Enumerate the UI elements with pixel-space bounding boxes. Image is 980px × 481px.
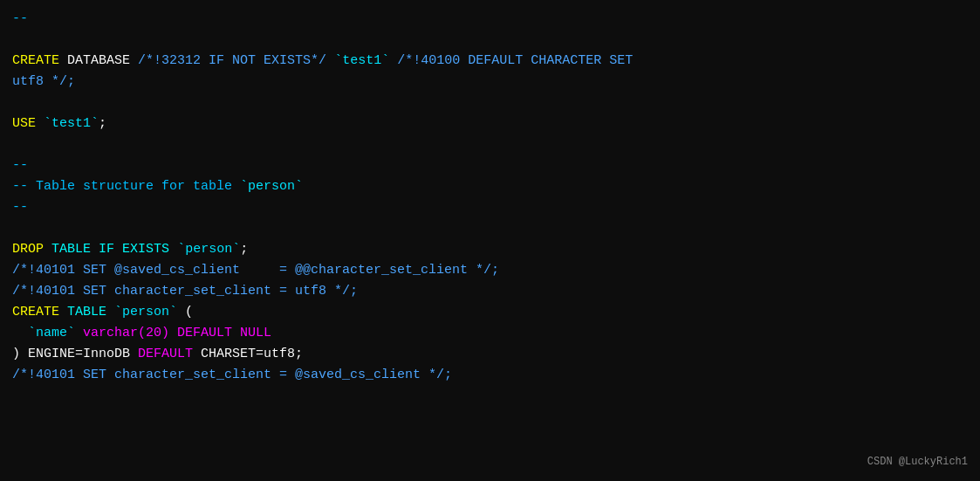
code-line-5 — [12, 93, 968, 113]
code-line-11 — [12, 218, 968, 239]
keyword-use: USE — [12, 116, 36, 131]
code-line-6: USE `test1`; — [12, 113, 968, 134]
table-name-comment: `person` — [240, 179, 303, 194]
keyword-default-charset: DEFAULT — [138, 347, 193, 361]
column-type: varchar(20) DEFAULT NULL — [83, 326, 271, 340]
code-line-8: -- — [12, 155, 968, 176]
code-line-9: -- Table structure for table `person` — [12, 176, 968, 197]
code-line-12: DROP TABLE IF EXISTS `person`; — [12, 239, 968, 260]
code-line-1: -- — [12, 9, 968, 30]
keyword-table: TABLE — [67, 305, 106, 320]
use-db-name: `test1` — [44, 116, 99, 131]
code-line-13: /*!40101 SET @saved_cs_client = @@charac… — [12, 260, 968, 281]
code-line-4: utf8 */; — [12, 72, 968, 93]
code-line-3: CREATE DATABASE /*!32312 IF NOT EXISTS*/… — [12, 51, 968, 72]
keyword-exists: EXISTS — [122, 242, 169, 257]
watermark: CSDN @LuckyRich1 — [867, 454, 968, 471]
keyword-database: DATABASE — [67, 53, 130, 68]
code-line-2 — [12, 30, 968, 51]
comment-40100: /*!40100 DEFAULT CHARACTER SET — [397, 53, 633, 68]
db-name: `test1` — [334, 53, 389, 68]
keyword-create-table: CREATE — [12, 305, 59, 320]
comment-table-structure: -- Table structure for table — [12, 179, 240, 194]
create-table-name: `person` — [114, 305, 177, 320]
comment-32312: /*!32312 IF NOT EXISTS*/ — [138, 53, 326, 68]
engine-spec: ENGINE=InnoDB — [28, 347, 130, 361]
code-line-15: CREATE TABLE `person` ( — [12, 302, 968, 323]
code-editor: -- CREATE DATABASE /*!32312 IF NOT EXIST… — [0, 0, 980, 481]
code-line-17: ) ENGINE=InnoDB DEFAULT CHARSET=utf8; — [12, 344, 968, 365]
keyword-drop: DROP — [12, 242, 44, 257]
code-line-7 — [12, 134, 968, 155]
code-line-10: -- — [12, 197, 968, 218]
column-name: `name` — [28, 326, 75, 340]
code-line-16: `name` varchar(20) DEFAULT NULL — [12, 323, 968, 344]
keyword-table-drop: TABLE — [51, 242, 91, 257]
keyword-create: CREATE — [12, 53, 59, 68]
code-line-14: /*!40101 SET character_set_client = utf8… — [12, 281, 968, 302]
keyword-if: IF — [99, 242, 114, 257]
code-line-18: /*!40101 SET character_set_client = @sav… — [12, 365, 968, 386]
drop-table-name: `person` — [177, 242, 240, 257]
